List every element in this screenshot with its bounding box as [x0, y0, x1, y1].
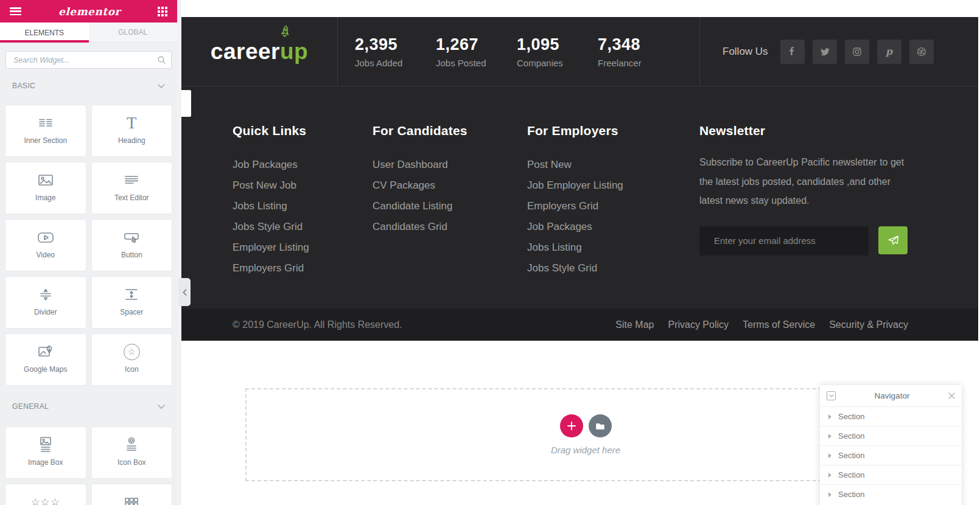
icon-box-icon	[122, 435, 141, 454]
widget-card-icon-box[interactable]: Icon Box	[92, 427, 172, 478]
for-candidates-column: For Candidates User Dashboard CV Package…	[373, 124, 467, 237]
caret-right-icon	[828, 434, 831, 439]
subscribe-button[interactable]	[878, 226, 908, 254]
widget-card-spacer[interactable]: Spacer	[92, 277, 172, 328]
caret-right-icon	[828, 453, 831, 458]
newsletter-form	[699, 226, 909, 256]
chevron-down-icon	[158, 80, 165, 91]
panel-header: elementor	[0, 0, 177, 23]
widget-card-button[interactable]: Button	[92, 220, 172, 271]
footer-copyright-bar: © 2019 CareerUp. All Rights Reserved. Si…	[181, 308, 978, 341]
stats-cell: 2,395 Jobs Added 1,267 Jobs Posted 1,095…	[338, 17, 700, 86]
navigator-section-item[interactable]: Section	[820, 484, 962, 504]
caret-right-icon	[828, 492, 831, 497]
twitter-icon[interactable]	[813, 40, 837, 64]
widgets-grid-icon[interactable]	[158, 7, 167, 16]
navigator-section-item[interactable]: Section	[820, 445, 962, 465]
widget-card-google-maps[interactable]: Google Maps	[5, 334, 86, 385]
close-icon[interactable]	[948, 392, 955, 399]
category-basic[interactable]: BASIC	[0, 69, 177, 91]
widget-card-image[interactable]: Image	[5, 162, 86, 214]
inner-section-icon	[37, 113, 55, 133]
follow-cell: Follow Us p	[700, 17, 978, 86]
plus-icon	[567, 421, 576, 431]
widget-card-icon[interactable]: ☆ Icon	[92, 334, 172, 385]
social-buttons: p	[780, 40, 934, 64]
legal-link[interactable]: Privacy Policy	[668, 319, 729, 330]
button-icon	[122, 228, 141, 247]
basic-widget-grid: Inner Section T Heading Image Text Edito…	[0, 105, 177, 385]
newsletter-column: Newsletter Subscribe to CareerUp Pacific…	[699, 124, 909, 256]
elementor-editor: elementor ELEMENTS GLOBAL BASIC Inner Se…	[0, 0, 980, 505]
footer-link[interactable]: Job Employer Listing	[527, 175, 623, 196]
image-icon	[37, 170, 55, 190]
footer-link[interactable]: Job Packages	[233, 155, 309, 175]
footer-link[interactable]: Jobs Style Grid	[233, 217, 309, 237]
widget-search	[5, 51, 172, 69]
email-field[interactable]	[699, 226, 869, 256]
instagram-icon[interactable]	[845, 40, 869, 64]
footer-link[interactable]: Candidates Grid	[373, 217, 467, 237]
copyright-text: © 2019 CareerUp. All Rights Reserved.	[233, 319, 402, 330]
category-general[interactable]: GENERAL	[0, 385, 177, 412]
footer-link[interactable]: Candidate Listing	[373, 196, 467, 217]
add-template-button[interactable]	[589, 414, 612, 437]
navigator-section-item[interactable]: Section	[820, 406, 962, 426]
quick-links-column: Quick Links Job Packages Post New Job Jo…	[233, 124, 309, 279]
navigator-section-item[interactable]: Section	[820, 465, 962, 484]
legal-link[interactable]: Security & Privacy	[829, 319, 908, 330]
expand-collapse-icon[interactable]	[827, 391, 836, 400]
star-rating-icon: ☆☆☆	[30, 492, 60, 505]
footer-link[interactable]: Employers Grid	[233, 258, 309, 279]
dribbble-icon[interactable]	[909, 40, 934, 64]
basic-gallery-icon	[122, 492, 141, 505]
widget-card-basic-gallery[interactable]	[92, 484, 172, 505]
tab-elements[interactable]: ELEMENTS	[0, 23, 89, 43]
footer-columns: Quick Links Job Packages Post New Job Jo…	[181, 86, 978, 308]
legal-link[interactable]: Terms of Service	[743, 319, 815, 330]
facebook-icon[interactable]	[780, 40, 805, 64]
footer-link[interactable]: Post New Job	[233, 175, 309, 196]
footer-link[interactable]: Jobs Listing	[233, 196, 309, 217]
footer-link[interactable]: User Dashboard	[373, 155, 467, 175]
footer-link[interactable]: Employers Grid	[527, 196, 623, 217]
tab-global[interactable]: GLOBAL	[89, 23, 178, 43]
footer-link[interactable]: Job Packages	[527, 217, 623, 237]
footer-link[interactable]: Employer Listing	[233, 237, 309, 258]
image-box-icon	[37, 435, 55, 454]
panel-edge-strip	[177, 0, 181, 505]
footer-link[interactable]: CV Packages	[373, 175, 467, 196]
section-handle-tab	[181, 90, 191, 117]
footer-link[interactable]: Post New	[527, 155, 623, 175]
elementor-logo: elementor	[58, 5, 121, 18]
legal-link[interactable]: Site Map	[615, 319, 654, 330]
elementor-panel: elementor ELEMENTS GLOBAL BASIC Inner Se…	[0, 0, 177, 505]
widget-card-image-box[interactable]: Image Box	[5, 427, 86, 478]
add-section-button[interactable]	[560, 414, 583, 437]
star-circle-icon: ☆	[124, 342, 140, 361]
widget-card-text-editor[interactable]: Text Editor	[92, 162, 172, 214]
video-icon	[37, 228, 55, 247]
widget-card-divider[interactable]: Divider	[5, 277, 86, 328]
stat-companies: 1,095 Companies	[517, 35, 590, 68]
caret-right-icon	[828, 473, 831, 478]
menu-icon[interactable]	[10, 7, 21, 15]
stat-jobs-added: 2,395 Jobs Added	[355, 35, 428, 68]
navigator-section-item[interactable]: Section	[820, 426, 962, 445]
divider-icon	[37, 285, 55, 304]
widget-card-star-rating[interactable]: ☆☆☆	[5, 484, 86, 505]
legal-links: Site Map Privacy Policy Terms of Service…	[615, 319, 908, 330]
widget-card-video[interactable]: Video	[5, 220, 86, 271]
widget-card-heading[interactable]: T Heading	[92, 105, 172, 156]
search-input[interactable]	[5, 51, 172, 69]
caret-right-icon	[828, 414, 831, 419]
widget-card-inner-section[interactable]: Inner Section	[5, 105, 86, 156]
footer-link[interactable]: Jobs Style Grid	[527, 258, 623, 279]
search-icon	[157, 55, 166, 67]
footer-link[interactable]: Jobs Listing	[527, 237, 623, 258]
stat-jobs-posted: 1,267 Jobs Posted	[436, 35, 509, 68]
pinterest-icon[interactable]: p	[877, 40, 901, 64]
footer-preview-section: careerup 2,395 Jobs Added 1,267 Jobs Pos…	[181, 17, 978, 341]
navigator-header: Navigator	[820, 385, 962, 406]
panel-collapse-handle[interactable]	[178, 278, 191, 306]
